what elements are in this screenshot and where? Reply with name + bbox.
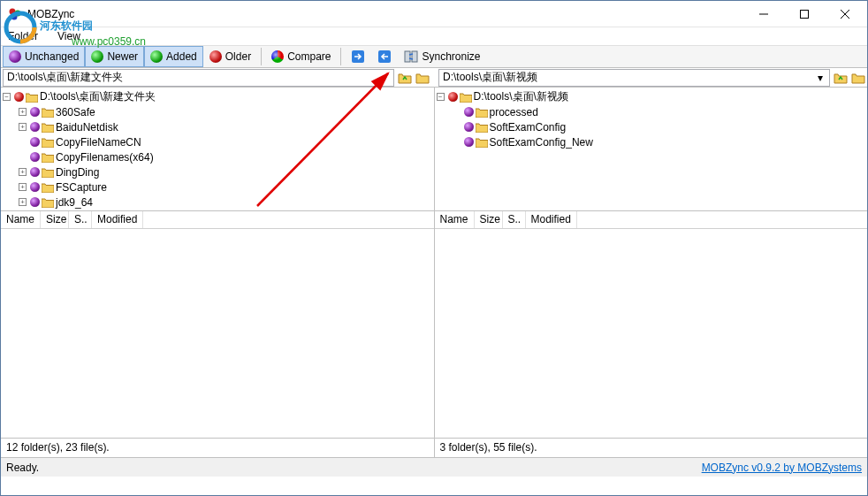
left-list-header: Name Size S.. Modified <box>1 211 434 229</box>
folder-icon <box>42 122 54 133</box>
folder-browse-icon[interactable] <box>851 72 865 84</box>
sync-icon <box>404 50 418 64</box>
tree-item-label: FSCapture <box>56 181 107 194</box>
folder-icon <box>42 137 54 148</box>
toolbar-separator <box>340 48 341 65</box>
folder-icon <box>42 152 54 163</box>
tree-item[interactable]: SoftExamConfig_New <box>453 134 866 149</box>
ball-purple-icon <box>30 107 40 117</box>
folder-icon <box>476 107 488 118</box>
ball-purple-icon <box>464 122 474 132</box>
col-s[interactable]: S.. <box>69 211 92 228</box>
left-pane: − D:\tools\桌面\新建文件夹 +360Safe+BaiduNetdis… <box>1 88 435 438</box>
folder-icon <box>42 167 54 178</box>
tree-item[interactable]: +360Safe <box>19 104 432 119</box>
status-text: Ready. <box>6 462 39 474</box>
right-tree[interactable]: − D:\tools\桌面\新视频 processedSoftExamConfi… <box>435 88 868 211</box>
tree-item[interactable]: +jdk9_64 <box>19 195 432 210</box>
tree-item-label: SoftExamConfig_New <box>490 136 593 149</box>
status-bar: Ready. MOBZync v0.9.2 by MOBZystems <box>1 457 867 477</box>
left-path-input[interactable]: D:\tools\桌面\新建文件夹 ▾ <box>3 69 394 87</box>
folder-icon <box>42 197 54 208</box>
col-name[interactable]: Name <box>1 211 41 228</box>
folder-up-icon[interactable] <box>834 72 848 84</box>
tree-item-label: BaiduNetdisk <box>56 121 118 134</box>
tree-root[interactable]: − D:\tools\桌面\新建文件夹 <box>3 89 432 104</box>
folder-icon <box>42 182 54 193</box>
tree-item[interactable]: +BaiduNetdisk <box>19 119 432 134</box>
ball-purple-icon <box>30 152 40 162</box>
tree-item[interactable]: CopyFilenames(x64) <box>19 149 432 164</box>
tree-item[interactable]: +DingDing <box>19 164 432 179</box>
tree-item-label: SoftExamConfig <box>490 121 567 134</box>
tree-item[interactable]: processed <box>453 104 866 119</box>
menu-folder[interactable]: Folder <box>4 28 42 44</box>
ball-purple-icon <box>30 137 40 147</box>
folder-icon <box>476 122 488 133</box>
menu-view[interactable]: View <box>54 28 84 44</box>
folder-up-icon[interactable] <box>398 72 412 84</box>
left-tree[interactable]: − D:\tools\桌面\新建文件夹 +360Safe+BaiduNetdis… <box>1 88 434 211</box>
window-title: MOBZync <box>27 8 743 20</box>
col-name[interactable]: Name <box>435 211 475 228</box>
synchronize-button[interactable]: Synchronize <box>398 46 486 67</box>
svg-point-5 <box>10 8 16 14</box>
ball-purple-icon <box>30 197 40 207</box>
right-list-body[interactable] <box>435 229 868 438</box>
ball-purple-icon <box>30 122 40 132</box>
tree-item-label: 360Safe <box>56 106 95 118</box>
right-pane: − D:\tools\桌面\新视频 processedSoftExamConfi… <box>435 88 868 438</box>
ball-red-icon <box>209 50 222 63</box>
ball-purple-icon <box>30 182 40 192</box>
unchanged-button[interactable]: Unchanged <box>3 46 85 67</box>
ball-purple-icon <box>464 107 474 117</box>
copy-left-button[interactable] <box>371 46 398 67</box>
col-s[interactable]: S.. <box>503 211 526 228</box>
newer-button[interactable]: Newer <box>85 46 144 67</box>
arrow-right-icon <box>351 50 365 64</box>
close-button[interactable] <box>825 1 865 27</box>
folder-browse-icon[interactable] <box>415 72 430 84</box>
compare-button[interactable]: Compare <box>265 46 337 67</box>
maximize-button[interactable] <box>784 1 825 27</box>
added-button[interactable]: Added <box>144 46 203 67</box>
arrow-left-icon <box>377 50 392 64</box>
ball-purple-icon <box>30 167 40 177</box>
tree-item-label: SogouInput <box>56 211 110 212</box>
col-modified[interactable]: Modified <box>92 211 143 228</box>
tree-item-label: CopyFilenames(x64) <box>56 151 154 164</box>
svg-rect-15 <box>412 51 417 62</box>
svg-point-7 <box>11 13 18 19</box>
tree-item[interactable]: +FSCapture <box>19 179 432 195</box>
tree-item[interactable]: SoftExamConfig <box>453 119 866 134</box>
panes-container: − D:\tools\桌面\新建文件夹 +360Safe+BaiduNetdis… <box>1 88 867 438</box>
left-list-body[interactable] <box>1 229 434 438</box>
left-status: 12 folder(s), 23 file(s). <box>1 439 435 457</box>
folder-icon <box>460 92 472 103</box>
tree-item[interactable]: CopyFileNameCN <box>19 134 432 149</box>
tree-root[interactable]: − D:\tools\桌面\新视频 <box>437 89 866 104</box>
title-bar: MOBZync <box>1 1 867 27</box>
right-list-header: Name Size S.. Modified <box>435 211 868 229</box>
tree-item-label: DingDing <box>56 166 99 179</box>
right-path-input[interactable]: D:\tools\桌面\新视频 ▾ <box>438 69 830 87</box>
col-size[interactable]: Size <box>41 211 69 228</box>
version-link[interactable]: MOBZync v0.9.2 by MOBZystems <box>702 462 862 474</box>
col-modified[interactable]: Modified <box>526 211 577 228</box>
dropdown-icon[interactable]: ▾ <box>379 72 390 83</box>
tree-item-label: jdk9_64 <box>56 196 93 209</box>
copy-right-button[interactable] <box>345 46 371 67</box>
dropdown-icon[interactable]: ▾ <box>815 72 826 83</box>
minimize-button[interactable] <box>743 1 784 27</box>
svg-rect-9 <box>801 10 809 18</box>
ball-green-icon <box>91 50 103 63</box>
older-button[interactable]: Older <box>203 46 257 67</box>
pane-status-bar: 12 folder(s), 23 file(s). 3 folder(s), 5… <box>1 438 867 457</box>
tree-item[interactable]: +SogouInput <box>19 210 432 211</box>
ball-multi-icon <box>271 50 284 63</box>
col-size[interactable]: Size <box>475 211 503 228</box>
right-status: 3 folder(s), 55 file(s). <box>435 439 868 457</box>
folder-icon <box>42 107 54 118</box>
tree-item-label: CopyFileNameCN <box>56 136 141 149</box>
tree-item-label: processed <box>490 106 538 118</box>
